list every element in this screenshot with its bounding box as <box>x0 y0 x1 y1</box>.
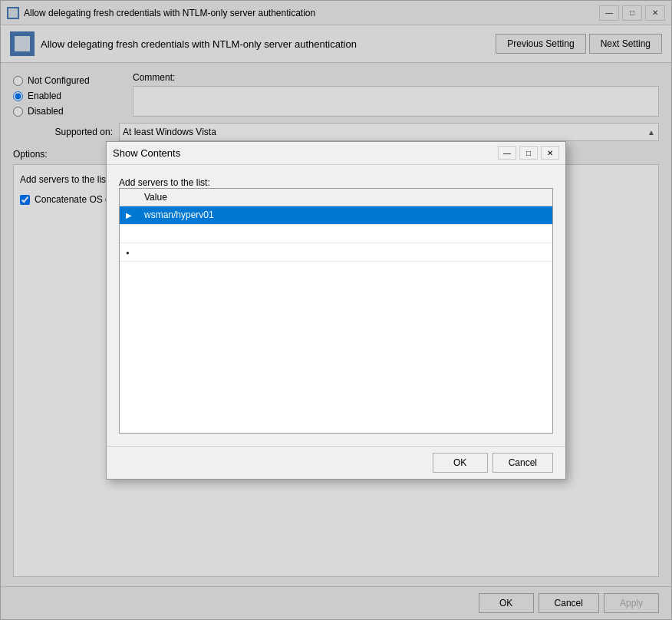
modal-maximize-button[interactable]: □ <box>519 146 538 160</box>
modal-subtitle: Add servers to the list: <box>119 177 210 188</box>
modal-dialog: Show Contents — □ ✕ Add servers to the l… <box>106 141 566 480</box>
modal-footer: OK Cancel <box>107 446 565 479</box>
modal-content: Add servers to the list: Value <box>107 165 565 446</box>
table-row[interactable] <box>120 224 552 242</box>
row-value-cell[interactable]: wsman/hyperv01 <box>138 206 552 224</box>
table-row[interactable]: ▶ wsman/hyperv01 <box>120 206 552 224</box>
table-header-row: Value <box>120 189 552 206</box>
modal-table: Value ▶ wsman/hyperv01 <box>120 189 552 262</box>
modal-minimize-button[interactable]: — <box>498 146 516 160</box>
modal-overlay: Show Contents — □ ✕ Add servers to the l… <box>1 1 671 619</box>
main-window: Allow delegating fresh credentials with … <box>0 0 672 620</box>
col-indicator-header <box>120 189 138 206</box>
modal-title-controls: — □ ✕ <box>498 146 559 160</box>
modal-ok-button[interactable]: OK <box>433 453 488 473</box>
modal-title-bar: Show Contents — □ ✕ <box>107 142 565 165</box>
col-value-header: Value <box>138 189 552 206</box>
table-row[interactable]: ● <box>120 242 552 261</box>
modal-close-button[interactable]: ✕ <box>541 146 559 160</box>
row-arrow-icon: ▶ <box>126 211 132 219</box>
row-indicator-cell <box>120 224 138 242</box>
row-value-cell[interactable] <box>138 242 552 261</box>
modal-title: Show Contents <box>113 147 180 159</box>
modal-table-wrapper[interactable]: Value ▶ wsman/hyperv01 <box>119 188 553 434</box>
row-indicator-cell: ▶ <box>120 206 138 224</box>
row-bullet-icon: ● <box>126 249 130 256</box>
modal-cancel-button[interactable]: Cancel <box>492 453 553 473</box>
row-indicator-cell: ● <box>120 242 138 261</box>
row-value-cell[interactable] <box>138 224 552 242</box>
